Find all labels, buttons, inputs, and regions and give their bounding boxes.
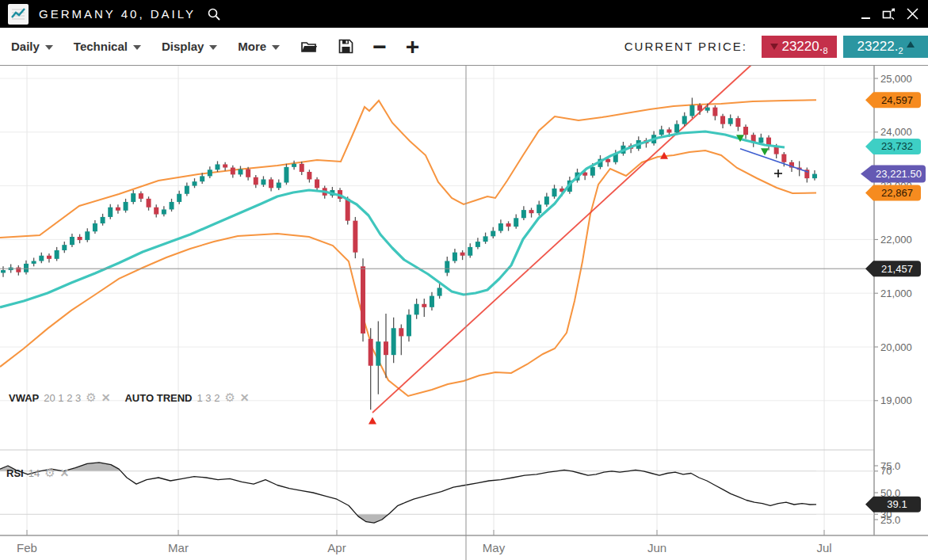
time-axis-labels: FebMarAprMayJunJul: [17, 530, 832, 554]
window-title: GERMANY 40, DAILY: [39, 7, 196, 21]
rsi-indicator-params: 14: [29, 467, 40, 479]
svg-text:23,221.50: 23,221.50: [876, 168, 922, 180]
menu-daily[interactable]: Daily: [11, 40, 53, 53]
open-folder-icon[interactable]: [300, 40, 318, 54]
menu-display-label: Display: [162, 40, 204, 53]
chevron-down-icon: [45, 45, 53, 50]
ask-price-dec: 2: [898, 46, 903, 55]
menu-more[interactable]: More: [238, 40, 280, 53]
chevron-down-icon: [133, 45, 141, 50]
svg-text:19,000: 19,000: [880, 394, 912, 406]
bid-price-badge: 23220.8: [762, 36, 837, 58]
rsi-indicator-label: RSI: [6, 467, 24, 479]
vwap-remove-icon[interactable]: ✕: [101, 391, 111, 404]
app-logo-icon: [8, 4, 29, 25]
toolbar: Daily Technical Display More: [0, 28, 928, 66]
svg-text:20,000: 20,000: [880, 341, 912, 353]
bollinger-upper-band: [0, 100, 816, 238]
axes: [0, 66, 928, 535]
chevron-down-icon: [209, 45, 217, 50]
svg-text:Jun: Jun: [647, 541, 666, 554]
svg-text:Mar: Mar: [168, 541, 189, 554]
price-down-arrow-icon: [770, 44, 778, 50]
indicator-row-rsi: RSI 14 ⚙ ✕: [6, 466, 69, 480]
auto-trend-remove-icon[interactable]: ✕: [240, 391, 250, 404]
current-price-block: CURRENT PRICE: 23220.8 23222.2: [624, 36, 928, 58]
svg-text:24,000: 24,000: [880, 126, 912, 138]
rsi-pane: 75.07050.03025.0: [0, 460, 900, 526]
close-button[interactable]: [907, 8, 918, 20]
svg-text:22,867: 22,867: [881, 187, 913, 199]
search-icon[interactable]: [207, 7, 221, 21]
price-up-arrow-icon: [907, 41, 915, 48]
svg-text:21,000: 21,000: [880, 288, 912, 299]
svg-text:22,000: 22,000: [880, 234, 912, 246]
auto-trend-settings-gear-icon[interactable]: ⚙: [224, 390, 235, 405]
price-gridlines: [0, 78, 874, 401]
svg-text:25.0: 25.0: [880, 514, 900, 526]
candles: [1, 97, 817, 410]
chart-canvas[interactable]: 25,00024,00023,00022,00021,00020,00019,0…: [0, 0, 928, 560]
zoom-out-button[interactable]: −: [372, 39, 387, 55]
menu-technical[interactable]: Technical: [74, 40, 141, 53]
app-window: 25,00024,00023,00022,00021,00020,00019,0…: [0, 0, 928, 560]
zoom-in-button[interactable]: +: [406, 39, 420, 55]
svg-text:Feb: Feb: [17, 541, 37, 554]
svg-text:21,457: 21,457: [881, 263, 913, 275]
svg-text:25,000: 25,000: [880, 73, 912, 85]
time-gridlines: [27, 66, 824, 535]
svg-text:24,597: 24,597: [881, 94, 913, 106]
restore-window-button[interactable]: [882, 8, 896, 21]
rsi-value-badge: 39.1: [865, 497, 921, 512]
svg-text:70: 70: [880, 465, 892, 477]
rsi-indicator: [0, 463, 816, 523]
svg-text:Jul: Jul: [816, 541, 831, 554]
rsi-remove-icon[interactable]: ✕: [60, 467, 70, 479]
menu-daily-label: Daily: [11, 40, 40, 53]
bollinger-lower-band: [0, 150, 816, 396]
save-icon[interactable]: [338, 39, 353, 54]
rsi-settings-gear-icon[interactable]: ⚙: [44, 466, 55, 480]
minimize-button[interactable]: [861, 9, 871, 20]
menu-technical-label: Technical: [74, 40, 128, 53]
ask-price-badge: 23222.2: [843, 36, 928, 58]
ask-price-int: 23222: [857, 39, 894, 55]
vwap-indicator-params: 20 1 2 3: [44, 392, 81, 404]
svg-text:Apr: Apr: [327, 541, 346, 554]
svg-text:39.1: 39.1: [887, 498, 907, 510]
current-price-label: CURRENT PRICE:: [624, 40, 747, 53]
auto-trend-indicator-label: AUTO TREND: [124, 392, 192, 404]
title-bar: GERMANY 40, DAILY: [0, 0, 928, 28]
vwap-indicator-label: VWAP: [9, 392, 39, 404]
menu-display[interactable]: Display: [162, 40, 217, 53]
indicator-row-vwap: VWAP 20 1 2 3 ⚙ ✕ AUTO TREND 1 3 2 ⚙ ✕: [9, 390, 250, 405]
auto-trend-indicator-params: 1 3 2: [197, 392, 220, 404]
chevron-down-icon: [272, 45, 280, 50]
window-controls: [861, 8, 918, 21]
bid-price-int: 23220: [781, 39, 819, 55]
svg-text:23,732: 23,732: [881, 140, 913, 152]
bid-price-dec: 8: [823, 46, 827, 55]
price-axis-labels: 25,00024,00023,00022,00021,00020,00019,0…: [874, 73, 912, 407]
svg-text:May: May: [483, 541, 506, 554]
vwap-settings-gear-icon[interactable]: ⚙: [86, 390, 96, 405]
menu-more-label: More: [238, 40, 266, 53]
